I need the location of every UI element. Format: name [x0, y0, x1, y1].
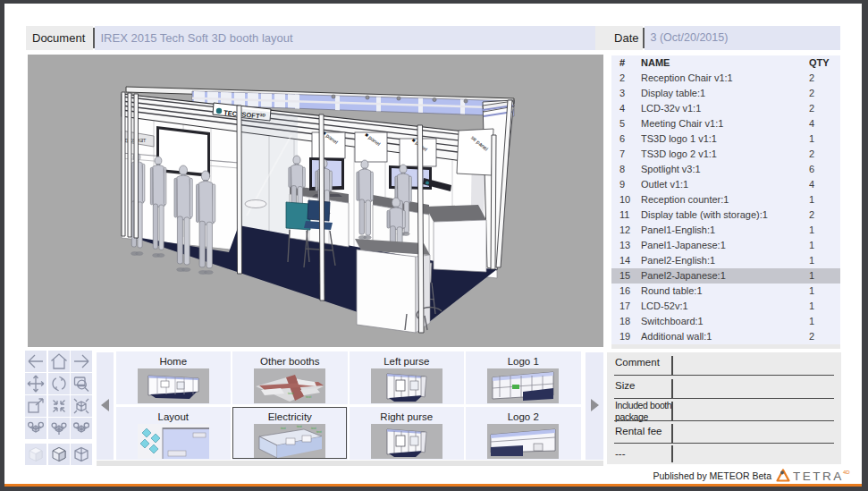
- svg-text:text: text: [306, 394, 312, 399]
- svg-text:4D: 4D: [843, 470, 850, 475]
- svg-text:TETRA: TETRA: [793, 470, 844, 483]
- svg-text:text: text: [288, 391, 294, 395]
